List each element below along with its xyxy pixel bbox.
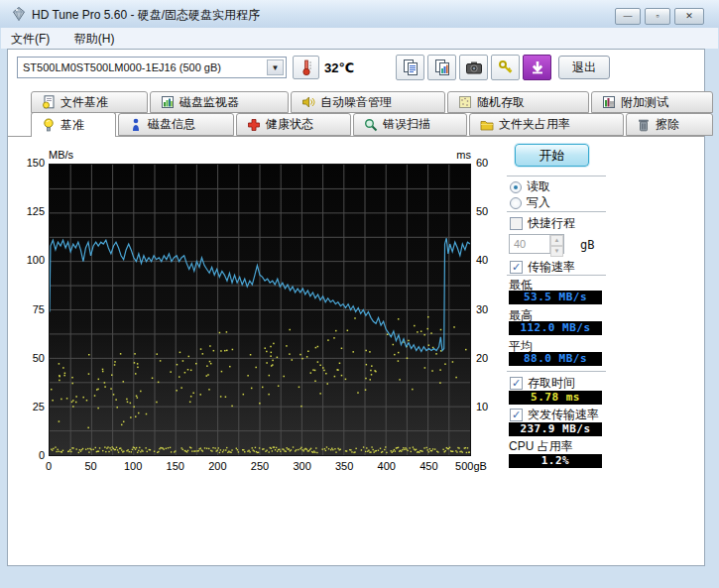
- close-button[interactable]: ✕: [674, 8, 704, 25]
- minimize-button[interactable]: —: [615, 8, 641, 25]
- axis-tick: 0: [32, 460, 65, 472]
- y-right-axis-label: ms: [434, 149, 471, 161]
- menu-bar: 文件(F) 帮助(H): [1, 28, 718, 49]
- axis-tick: 350: [327, 460, 361, 472]
- cpu-label: CPU 占用率: [509, 438, 573, 455]
- axis-tick: 150: [159, 460, 192, 472]
- axis-tick: 250: [243, 460, 277, 472]
- tab-erase[interactable]: 擦除: [626, 113, 713, 136]
- tab-label: 自动噪音管理: [320, 94, 392, 111]
- burst-rate-value: 237.9 MB/s: [509, 422, 602, 436]
- tab-label: 健康状态: [266, 116, 313, 133]
- dropdown-arrow-icon[interactable]: ▼: [267, 59, 284, 75]
- access-time-option[interactable]: ✓ 存取时间: [510, 375, 575, 392]
- menu-file[interactable]: 文件(F): [1, 28, 60, 51]
- axis-tick: 10: [476, 401, 500, 412]
- axis-tick: 400: [370, 460, 404, 472]
- app-window: HD Tune Pro 5.60 - 硬盘/固态硬盘实用程序 — ▫ ✕ 文件(…: [0, 0, 719, 588]
- capacity-spinner[interactable]: ▲▼: [549, 235, 563, 253]
- write-mode-option[interactable]: 写入: [510, 194, 550, 211]
- read-label: 读取: [527, 178, 550, 195]
- burst-rate-label: 突发传输速率: [528, 407, 599, 423]
- tab-error-scan[interactable]: 错误扫描: [353, 113, 467, 136]
- access-time-checkbox[interactable]: ✓: [510, 377, 523, 390]
- axis-tick: 150: [16, 157, 45, 169]
- read-radio[interactable]: [510, 181, 522, 193]
- transfer-rate-option[interactable]: ✓ 传输速率: [510, 259, 575, 276]
- tab-label: 文件基准: [60, 94, 108, 111]
- axis-tick: 30: [476, 303, 500, 315]
- transfer-rate-label: 传输速率: [528, 259, 575, 276]
- short-stroke-checkbox[interactable]: [510, 217, 523, 230]
- cpu-value: 1.2%: [509, 454, 602, 468]
- axis-tick: 100: [16, 254, 45, 266]
- title-bar: HD Tune Pro 5.60 - 硬盘/固态硬盘实用程序 — ▫ ✕: [0, 0, 719, 28]
- tab-disk-monitor[interactable]: 磁盘监视器: [150, 91, 289, 113]
- download-arrow-icon: [529, 59, 546, 76]
- maximize-button[interactable]: ▫: [645, 8, 670, 25]
- axis-tick: 200: [200, 460, 234, 472]
- extra-tests-icon: [602, 95, 616, 109]
- burst-rate-option[interactable]: ✓ 突发传输速率: [510, 407, 599, 423]
- menu-help[interactable]: 帮助(H): [64, 28, 125, 51]
- start-button[interactable]: 开始: [515, 144, 589, 167]
- access-time-label: 存取时间: [528, 375, 575, 392]
- tab-benchmark[interactable]: 基准: [31, 112, 116, 137]
- copy-image-icon: [433, 59, 451, 76]
- tab-health[interactable]: 健康状态: [236, 113, 351, 136]
- camera-icon: [465, 59, 483, 76]
- tab-random-access[interactable]: 随机存取: [447, 91, 589, 113]
- axis-tick: 50: [16, 352, 45, 364]
- health-cross-icon: [247, 118, 261, 132]
- copy-image-button[interactable]: [427, 55, 456, 80]
- content-panel: ST500LM0ST500LM000-1EJ16 (500 gB) ▼ 32℃: [7, 49, 705, 566]
- axis-tick: 50: [476, 205, 500, 217]
- file-benchmark-icon: [42, 95, 56, 109]
- random-access-icon: [458, 95, 472, 109]
- axis-tick: 300: [286, 460, 319, 472]
- axis-tick: 100: [116, 460, 150, 472]
- window-frame-bottom: [0, 566, 719, 588]
- read-mode-option[interactable]: 读取: [510, 178, 550, 195]
- drive-select-dropdown[interactable]: ST500LM0ST500LM000-1EJ16 (500 gB) ▼: [17, 57, 287, 78]
- save-results-button[interactable]: [523, 55, 551, 80]
- tab-folder-usage[interactable]: 文件夹占用率: [469, 113, 624, 136]
- keys-icon: [497, 59, 515, 76]
- disk-info-icon: [129, 118, 143, 132]
- trash-icon: [637, 118, 651, 132]
- axis-tick: 450: [412, 460, 445, 472]
- tab-label: 基准: [60, 117, 84, 134]
- transfer-rate-checkbox[interactable]: ✓: [510, 261, 523, 274]
- separator: [507, 176, 606, 176]
- write-label: 写入: [527, 194, 550, 211]
- copy-text-button[interactable]: [396, 55, 424, 80]
- tab-disk-info[interactable]: 磁盘信息: [118, 113, 234, 136]
- short-stroke-option[interactable]: 快捷行程: [510, 215, 575, 232]
- separator: [507, 275, 606, 276]
- tab-label: 错误扫描: [383, 116, 430, 133]
- screenshot-button[interactable]: [459, 55, 488, 80]
- tab-file-benchmark[interactable]: 文件基准: [31, 91, 148, 113]
- axis-tick: 25: [16, 401, 45, 412]
- burst-rate-checkbox[interactable]: ✓: [510, 409, 523, 421]
- write-radio[interactable]: [510, 197, 522, 209]
- axis-tick: 20: [476, 352, 500, 364]
- copy-text-icon: [402, 59, 419, 76]
- temperature-value: 32℃: [324, 60, 354, 75]
- options-button[interactable]: [491, 55, 520, 80]
- axis-tick: 60: [476, 157, 500, 169]
- capacity-unit: gB: [580, 238, 594, 252]
- benchmark-bulb-icon: [42, 118, 56, 132]
- tab-label: 磁盘信息: [148, 116, 195, 133]
- axis-tick: 40: [476, 254, 500, 266]
- window-title: HD Tune Pro 5.60 - 硬盘/固态硬盘实用程序: [32, 7, 260, 24]
- axis-tick: 50: [74, 460, 108, 472]
- disk-monitor-icon: [161, 95, 175, 109]
- tab-extra-tests[interactable]: 附加测试: [591, 91, 713, 113]
- temperature-button[interactable]: [293, 56, 319, 79]
- benchmark-chart: [49, 164, 471, 456]
- exit-button[interactable]: 退出: [558, 56, 610, 79]
- tab-auto-acoustic[interactable]: 自动噪音管理: [291, 91, 445, 113]
- avg-value: 88.0 MB/s: [509, 352, 602, 366]
- y-left-axis-label: MB/s: [49, 149, 73, 161]
